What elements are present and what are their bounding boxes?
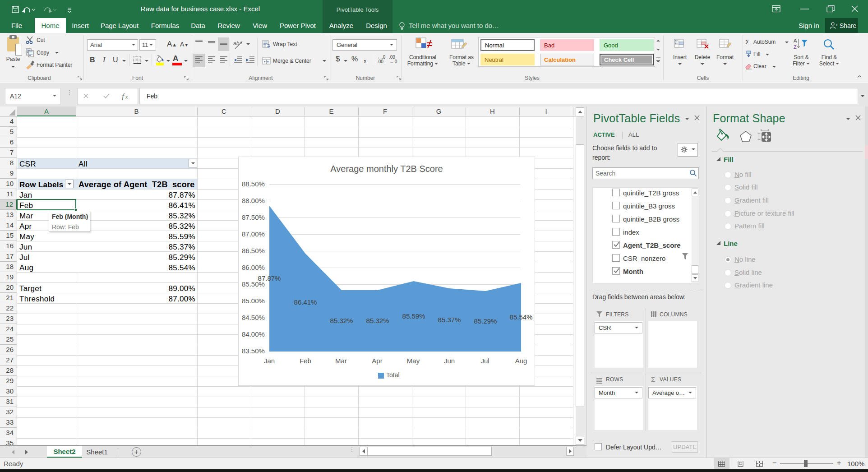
svg-text:Z: Z xyxy=(794,44,797,50)
svg-text:A: A xyxy=(794,38,797,43)
svg-text:x: x xyxy=(125,94,128,100)
svg-text:f: f xyxy=(122,92,125,100)
